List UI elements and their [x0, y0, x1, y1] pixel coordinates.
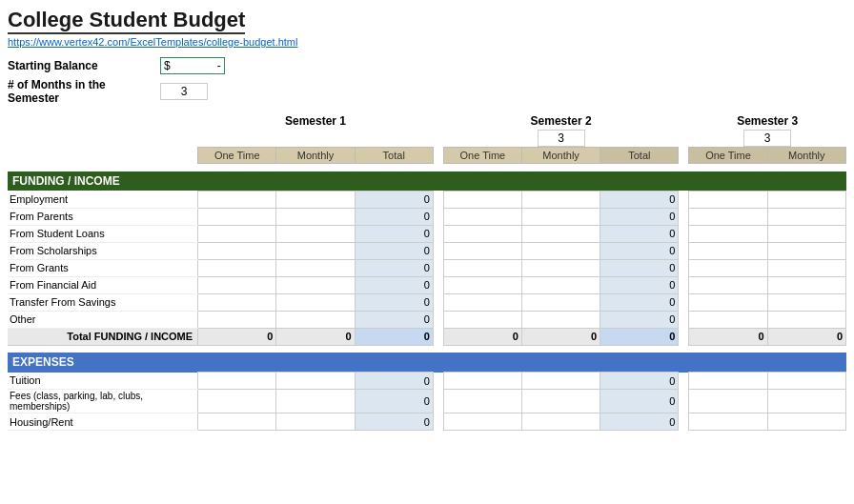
- table-row: Employment 0 0: [8, 191, 846, 208]
- table-row: Tuition 0 0: [8, 373, 846, 390]
- s2-monthly-header: Monthly: [521, 148, 600, 164]
- table-row: From Scholarships 0 0: [8, 242, 846, 259]
- s1-total-header: Total: [355, 148, 433, 164]
- funding-total-row: Total FUNDING / INCOME 0 0 0 0 0 0 0 0: [8, 328, 846, 345]
- s1-onetime-header: One Time: [198, 148, 276, 164]
- s3-monthly-header: Monthly: [767, 148, 845, 164]
- table-row: From Student Loans 0 0: [8, 225, 846, 242]
- table-row: Other 0 0: [8, 311, 846, 328]
- app-title: College Student Budget: [8, 8, 245, 34]
- table-row: From Parents 0 0: [8, 208, 846, 225]
- table-row: From Financial Aid 0 0: [8, 276, 846, 293]
- table-row: Transfer From Savings 0 0: [8, 293, 846, 311]
- semester3-header: Semester 3: [689, 112, 846, 130]
- expenses-section-header: EXPENSES: [8, 353, 846, 373]
- dollar-sign: $: [164, 59, 171, 72]
- starting-balance-label: Starting Balance: [8, 59, 160, 72]
- table-row: Fees (class, parking, lab, clubs, member…: [8, 390, 846, 413]
- starting-balance-input-wrapper: $: [160, 57, 225, 74]
- semester1-header: Semester 1: [198, 112, 434, 130]
- budget-table: Semester 1 Semester 2 Semester 3 One Ti: [8, 112, 846, 431]
- table-row: From Grants 0 0: [8, 259, 846, 276]
- s3-onetime-header: One Time: [689, 148, 767, 164]
- s2-total-header: Total: [600, 148, 679, 164]
- funding-section-header: FUNDING / INCOME: [8, 171, 846, 192]
- months-s3-input[interactable]: [743, 130, 791, 147]
- starting-balance-input[interactable]: [173, 59, 221, 72]
- s2-onetime-header: One Time: [443, 148, 521, 164]
- template-link[interactable]: https://www.vertex42.com/ExcelTemplates/…: [8, 36, 846, 48]
- months-label: # of Months in the Semester: [8, 78, 160, 105]
- table-row: Housing/Rent 0 0: [8, 413, 846, 431]
- s1-monthly-header: Monthly: [276, 148, 355, 164]
- semester2-header: Semester 2: [443, 112, 679, 130]
- months-s1-input[interactable]: [160, 83, 208, 100]
- months-s2-input[interactable]: [538, 130, 585, 147]
